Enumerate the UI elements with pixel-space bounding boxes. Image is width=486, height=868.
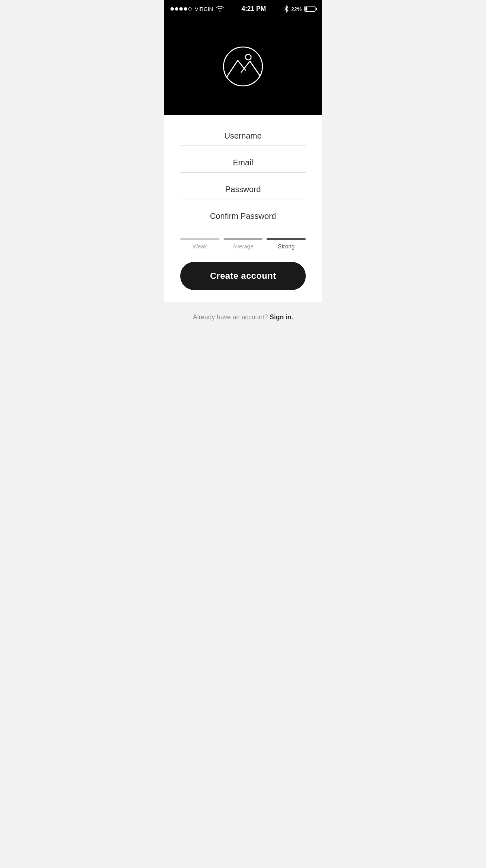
strength-label-weak: Weak (180, 243, 220, 250)
status-left: VIRGIN (171, 6, 224, 12)
username-input[interactable] (180, 131, 306, 141)
status-right: 22% (284, 5, 315, 13)
email-input-group (180, 158, 306, 173)
strength-bars (180, 238, 306, 240)
signal-dot-2 (175, 7, 178, 11)
carrier-label: VIRGIN (195, 6, 213, 12)
create-account-button[interactable]: Create account (180, 262, 306, 290)
signal-dot-1 (171, 7, 174, 11)
strength-labels: Weak Average Strong (180, 243, 306, 250)
svg-point-1 (245, 54, 251, 60)
battery-fill (305, 7, 307, 11)
bluetooth-icon (284, 5, 289, 13)
footer-section: Already have an account? Sign in. (164, 302, 322, 332)
email-input[interactable] (180, 158, 306, 167)
hero-section (164, 18, 322, 115)
wifi-icon (216, 6, 224, 12)
status-bar: VIRGIN 4:21 PM 22% (164, 0, 322, 18)
password-input[interactable] (180, 185, 306, 194)
status-time: 4:21 PM (241, 5, 266, 13)
strength-label-strong: Strong (266, 243, 306, 250)
already-have-account-text: Already have an account? (193, 314, 268, 321)
confirm-password-input[interactable] (180, 212, 306, 221)
username-input-group (180, 131, 306, 146)
strength-bar-weak (180, 238, 220, 240)
app-logo-icon (221, 44, 265, 89)
password-input-group (180, 185, 306, 199)
battery-icon (304, 6, 315, 12)
confirm-password-input-group (180, 212, 306, 226)
strength-bar-strong (266, 238, 306, 240)
sign-in-link[interactable]: Sign in. (270, 314, 293, 321)
strength-bar-average (224, 238, 263, 240)
signal-dot-5 (188, 7, 192, 11)
signal-dot-3 (179, 7, 183, 11)
battery-percent: 22% (291, 6, 302, 12)
signal-dots (171, 7, 192, 11)
password-strength: Weak Average Strong (180, 238, 306, 250)
strength-label-average: Average (224, 243, 263, 250)
form-section: Weak Average Strong Create account (164, 115, 322, 302)
signal-dot-4 (184, 7, 187, 11)
